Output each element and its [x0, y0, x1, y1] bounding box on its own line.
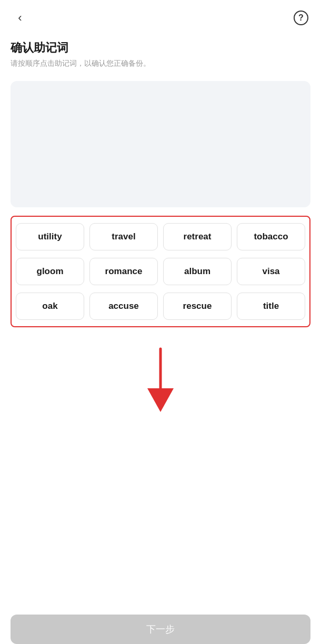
title-section: 确认助记词 请按顺序点击助记词，以确认您正确备份。	[0, 32, 321, 75]
next-button[interactable]: 下一步	[11, 615, 310, 644]
word-chip[interactable]: tobacco	[237, 223, 305, 250]
page-subtitle: 请按顺序点击助记词，以确认您正确备份。	[11, 59, 310, 68]
help-button[interactable]: ?	[292, 8, 310, 27]
word-chip[interactable]: accuse	[89, 293, 158, 320]
word-chip[interactable]: utility	[16, 223, 84, 250]
word-grid: utilitytravelretreattobaccogloomromancea…	[16, 223, 305, 320]
word-chip[interactable]: gloom	[16, 258, 84, 285]
back-button[interactable]: ‹	[11, 8, 29, 27]
arrow-area	[0, 336, 321, 420]
selection-area	[11, 81, 310, 207]
word-chip[interactable]: travel	[89, 223, 158, 250]
bottom-area: 下一步	[0, 628, 321, 644]
word-chip[interactable]: oak	[16, 293, 84, 320]
arrow-icon	[139, 344, 182, 417]
page-title: 确认助记词	[11, 40, 310, 56]
word-chip[interactable]: retreat	[163, 223, 232, 250]
word-chip[interactable]: title	[237, 293, 305, 320]
header: ‹ ?	[0, 0, 321, 32]
word-chip[interactable]: romance	[89, 258, 158, 285]
word-grid-container: utilitytravelretreattobaccogloomromancea…	[11, 216, 310, 327]
svg-marker-1	[147, 388, 174, 412]
word-chip[interactable]: rescue	[163, 293, 232, 320]
word-chip[interactable]: visa	[237, 258, 305, 285]
word-chip[interactable]: album	[163, 258, 232, 285]
help-icon: ?	[294, 11, 308, 25]
back-icon: ‹	[18, 11, 22, 25]
